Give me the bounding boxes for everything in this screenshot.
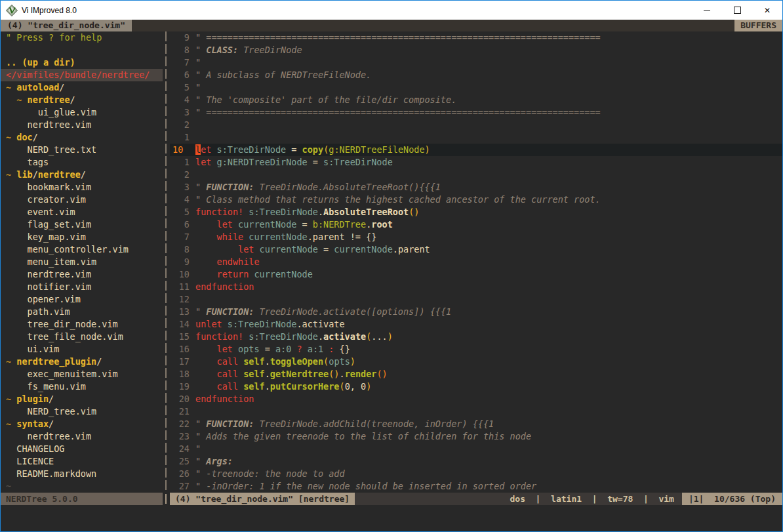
nerdtree-item[interactable]: " Press ? for help: [1, 31, 163, 44]
code-line[interactable]: 24": [170, 443, 782, 455]
line-number: 6: [172, 218, 190, 231]
code-line[interactable]: 16 let opts = a:0 ? a:1 : {}: [170, 343, 782, 356]
code-line[interactable]: 8" CLASS: TreeDirNode: [170, 44, 782, 56]
nerdtree-item[interactable]: ~: [1, 480, 163, 493]
nerdtree-item[interactable]: flag_set.vim: [1, 218, 163, 231]
nerdtree-item[interactable]: ~ nerdtree/: [1, 94, 163, 106]
nerdtree-item[interactable]: path.vim: [1, 306, 163, 318]
code-token: s:TreeDirNode: [249, 331, 318, 342]
code-line[interactable]: 12: [170, 293, 782, 306]
code-line[interactable]: 3" =====================================…: [170, 106, 782, 119]
nerdtree-item[interactable]: nerdtree.vim: [1, 119, 163, 131]
code-line[interactable]: 23" Adds the given treenode to the list …: [170, 430, 782, 443]
code-line[interactable]: 2: [170, 169, 782, 181]
line-number: 7: [172, 231, 190, 243]
nerdtree-item[interactable]: ~ nerdtree_plugin/: [1, 356, 163, 368]
code-token: s:TreeDirNode: [228, 319, 297, 329]
nerdtree-item[interactable]: CHANGELOG: [1, 443, 163, 455]
code-line[interactable]: 3" FUNCTION: TreeDirNode.AbsoluteTreeRoo…: [170, 181, 782, 194]
minimize-button[interactable]: [692, 1, 722, 20]
tab-tree-dir-node[interactable]: (4) "tree_dir_node.vim": [1, 20, 132, 31]
nerdtree-item[interactable]: notifier.vim: [1, 281, 163, 293]
code-line[interactable]: 27" -inOrder: 1 if the new node should b…: [170, 480, 782, 493]
nerdtree-item[interactable]: </vimfiles/bundle/nerdtree/: [1, 69, 163, 81]
code-line[interactable]: 21: [170, 405, 782, 418]
code-line[interactable]: 2: [170, 119, 782, 131]
code-line[interactable]: 17 call self.toggleOpen(opts): [170, 356, 782, 368]
nerdtree-item[interactable]: nerdtree.vim: [1, 430, 163, 443]
code-line[interactable]: 18 call self.getNerdtree().render(): [170, 368, 782, 380]
command-line[interactable]: [1, 505, 782, 531]
code-token: 0, 0: [345, 381, 367, 392]
code-line[interactable]: 22" FUNCTION: TreeDirNode.addChild(treen…: [170, 418, 782, 430]
code-line[interactable]: 6 let currentNode = b:NERDTree.root: [170, 218, 782, 231]
code-token: nerdtree: [38, 169, 81, 180]
code-line[interactable]: 1: [170, 131, 782, 144]
code-line[interactable]: 10 return currentNode: [170, 268, 782, 281]
code-token: /: [59, 82, 64, 92]
nerdtree-item[interactable]: LICENCE: [1, 455, 163, 468]
code-token: [195, 244, 238, 255]
code-token: let: [217, 344, 233, 354]
nerdtree-item[interactable]: creator.vim: [1, 194, 163, 206]
nerdtree-item[interactable]: README.markdown: [1, 468, 163, 480]
nerdtree-item[interactable]: exec_menuitem.vim: [1, 368, 163, 380]
code-line[interactable]: 26" -treenode: the node to add: [170, 468, 782, 480]
maximize-button[interactable]: [722, 1, 752, 20]
nerdtree-item[interactable]: ~ plugin/: [1, 393, 163, 405]
code-line[interactable]: 13" FUNCTION: TreeDirNode.activate([opti…: [170, 306, 782, 318]
file-statusline: (4) "tree_dir_node.vim" [nerdtree] dos |…: [170, 493, 782, 505]
code-line[interactable]: 9" =====================================…: [170, 31, 782, 44]
code-token: .: [265, 356, 270, 367]
code-line[interactable]: 1let g:NERDTreeDirNode = s:TreeDirNode: [170, 156, 782, 169]
line-number: 19: [172, 380, 190, 393]
nerdtree-item[interactable]: ~ doc/: [1, 131, 163, 144]
code-token: ): [350, 356, 355, 367]
code-line[interactable]: 5function! s:TreeDirNode.AbsoluteTreeRoo…: [170, 206, 782, 218]
nerdtree-item[interactable]: event.vim: [1, 206, 163, 218]
code-line[interactable]: 5": [170, 81, 782, 94]
code-token: .: [265, 381, 270, 392]
code-line[interactable]: 8 let currentNode = currentNode.parent: [170, 243, 782, 256]
nerdtree-item[interactable]: menu_controller.vim: [1, 243, 163, 256]
nerdtree-item[interactable]: tree_dir_node.vim: [1, 318, 163, 331]
code-line[interactable]: 20endfunction: [170, 393, 782, 405]
nerdtree-item[interactable]: tree_file_node.vim: [1, 331, 163, 343]
nerdtree-item[interactable]: ui_glue.vim: [1, 106, 163, 119]
code-line[interactable]: 14unlet s:TreeDirNode.activate: [170, 318, 782, 331]
code-line[interactable]: 9 endwhile: [170, 256, 782, 268]
code-token: .: [318, 207, 323, 217]
code-line[interactable]: 11endfunction: [170, 281, 782, 293]
nerdtree-item[interactable]: bookmark.vim: [1, 181, 163, 194]
close-button[interactable]: ✕: [752, 1, 782, 20]
code-line[interactable]: 7 while currentNode.parent != {}: [170, 231, 782, 243]
nerdtree-item[interactable]: ~ syntax/: [1, 418, 163, 430]
nerdtree-item[interactable]: .. (up a dir): [1, 56, 163, 69]
code-line[interactable]: 7": [170, 56, 782, 69]
code-token: key_map.vim: [6, 232, 86, 242]
nerdtree-item[interactable]: NERD_tree.vim: [1, 405, 163, 418]
code-line[interactable]: 15function! s:TreeDirNode.activate(...): [170, 331, 782, 343]
nerdtree-item[interactable]: ~ lib/nerdtree/: [1, 169, 163, 181]
code-line[interactable]: 19 call self.putCursorHere(0, 0): [170, 380, 782, 393]
code-token: .parent: [393, 244, 430, 255]
code-line[interactable]: 4" The 'composite' part of the file/dir …: [170, 94, 782, 106]
code-token: ": [195, 443, 206, 454]
code-line[interactable]: 25" Args:: [170, 455, 782, 468]
nerdtree-item[interactable]: key_map.vim: [1, 231, 163, 243]
nerdtree-item[interactable]: tags: [1, 156, 163, 169]
nerdtree-item[interactable]: fs_menu.vim: [1, 380, 163, 393]
code-token: README.markdown: [6, 468, 96, 479]
nerdtree-item[interactable]: ui.vim: [1, 343, 163, 356]
nerdtree-item[interactable]: opener.vim: [1, 293, 163, 306]
nerdtree-item[interactable]: nerdtree.vim: [1, 268, 163, 281]
code-line[interactable]: 4" Class method that returns the highest…: [170, 194, 782, 206]
nerdtree-item[interactable]: menu_item.vim: [1, 256, 163, 268]
code-line-current[interactable]: 10let s:TreeDirNode = copy(g:NERDTreeFil…: [170, 144, 782, 156]
window-vertical-separator[interactable]: [163, 31, 170, 493]
nerdtree-statusline: NERDTree 5.0.0: [1, 493, 163, 505]
code-line[interactable]: 6" A subclass of NERDTreeFileNode.: [170, 69, 782, 81]
nerdtree-item[interactable]: NERD_tree.txt: [1, 144, 163, 156]
code-token: copy: [302, 144, 324, 155]
nerdtree-item[interactable]: ~ autoload/: [1, 81, 163, 94]
